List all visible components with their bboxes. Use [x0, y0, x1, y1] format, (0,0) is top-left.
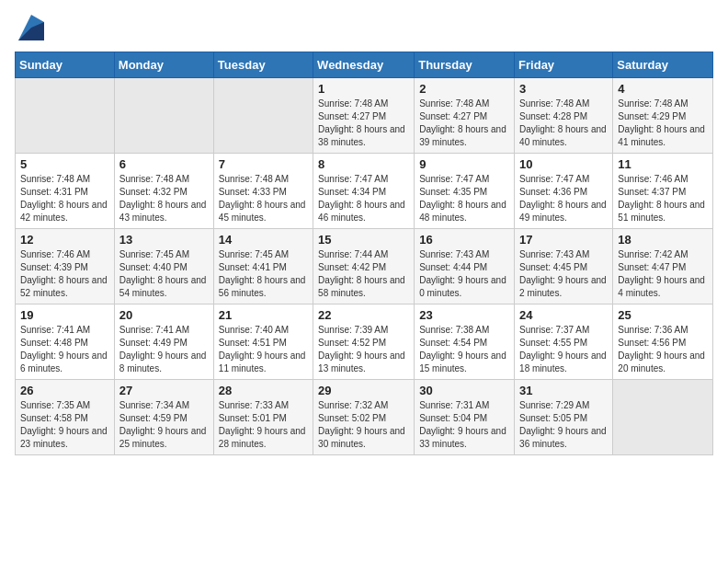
day-info: Sunrise: 7:42 AMSunset: 4:47 PMDaylight:…: [618, 248, 708, 300]
day-cell: 22Sunrise: 7:39 AMSunset: 4:52 PMDayligh…: [313, 304, 415, 380]
page-header: [15, 15, 713, 40]
day-info: Sunrise: 7:46 AMSunset: 4:39 PMDaylight:…: [20, 248, 109, 300]
week-row-3: 12Sunrise: 7:46 AMSunset: 4:39 PMDayligh…: [16, 229, 713, 304]
day-info: Sunrise: 7:34 AMSunset: 4:59 PMDaylight:…: [119, 399, 209, 451]
day-info: Sunrise: 7:37 AMSunset: 4:55 PMDaylight:…: [519, 324, 608, 375]
day-number: 29: [318, 384, 409, 397]
header-saturday: Saturday: [613, 52, 713, 78]
day-cell: [613, 380, 713, 455]
day-info: Sunrise: 7:43 AMSunset: 4:44 PMDaylight:…: [419, 248, 509, 300]
day-info: Sunrise: 7:48 AMSunset: 4:27 PMDaylight:…: [318, 98, 409, 149]
day-info: Sunrise: 7:46 AMSunset: 4:37 PMDaylight:…: [618, 173, 708, 224]
day-number: 26: [20, 384, 109, 397]
calendar-table: SundayMondayTuesdayWednesdayThursdayFrid…: [15, 52, 713, 455]
day-cell: 19Sunrise: 7:41 AMSunset: 4:48 PMDayligh…: [16, 304, 115, 380]
day-cell: 28Sunrise: 7:33 AMSunset: 5:01 PMDayligh…: [213, 380, 313, 455]
day-cell: 9Sunrise: 7:47 AMSunset: 4:35 PMDaylight…: [415, 154, 515, 229]
day-number: 7: [219, 157, 308, 171]
header-monday: Monday: [114, 52, 213, 78]
day-cell: 20Sunrise: 7:41 AMSunset: 4:49 PMDayligh…: [114, 304, 213, 380]
day-number: 3: [519, 82, 608, 96]
day-number: 8: [318, 157, 409, 171]
day-number: 2: [419, 82, 509, 96]
day-info: Sunrise: 7:47 AMSunset: 4:34 PMDaylight:…: [318, 173, 409, 224]
day-cell: [114, 78, 213, 154]
day-number: 5: [20, 157, 109, 171]
day-cell: 10Sunrise: 7:47 AMSunset: 4:36 PMDayligh…: [515, 154, 613, 229]
week-row-2: 5Sunrise: 7:48 AMSunset: 4:31 PMDaylight…: [16, 154, 713, 229]
day-cell: 2Sunrise: 7:48 AMSunset: 4:27 PMDaylight…: [415, 78, 515, 154]
day-number: 12: [20, 233, 109, 247]
day-number: 30: [419, 384, 509, 397]
day-number: 18: [618, 233, 708, 247]
day-info: Sunrise: 7:48 AMSunset: 4:27 PMDaylight:…: [419, 98, 509, 149]
day-number: 9: [419, 157, 509, 171]
day-number: 22: [318, 308, 409, 322]
week-row-1: 1Sunrise: 7:48 AMSunset: 4:27 PMDaylight…: [16, 78, 713, 154]
day-cell: 5Sunrise: 7:48 AMSunset: 4:31 PMDaylight…: [16, 154, 115, 229]
day-info: Sunrise: 7:48 AMSunset: 4:31 PMDaylight:…: [20, 173, 109, 224]
day-number: 10: [519, 157, 608, 171]
day-cell: 3Sunrise: 7:48 AMSunset: 4:28 PMDaylight…: [515, 78, 613, 154]
day-info: Sunrise: 7:45 AMSunset: 4:40 PMDaylight:…: [119, 248, 209, 300]
day-cell: 24Sunrise: 7:37 AMSunset: 4:55 PMDayligh…: [515, 304, 613, 380]
day-info: Sunrise: 7:43 AMSunset: 4:45 PMDaylight:…: [519, 248, 608, 300]
day-number: 23: [419, 308, 509, 322]
day-cell: 6Sunrise: 7:48 AMSunset: 4:32 PMDaylight…: [114, 154, 213, 229]
day-cell: 31Sunrise: 7:29 AMSunset: 5:05 PMDayligh…: [515, 380, 613, 455]
day-cell: 25Sunrise: 7:36 AMSunset: 4:56 PMDayligh…: [613, 304, 713, 380]
day-cell: 21Sunrise: 7:40 AMSunset: 4:51 PMDayligh…: [213, 304, 313, 380]
day-info: Sunrise: 7:47 AMSunset: 4:35 PMDaylight:…: [419, 173, 509, 224]
day-cell: 11Sunrise: 7:46 AMSunset: 4:37 PMDayligh…: [613, 154, 713, 229]
day-number: 17: [519, 233, 608, 247]
day-info: Sunrise: 7:38 AMSunset: 4:54 PMDaylight:…: [419, 324, 509, 375]
day-info: Sunrise: 7:44 AMSunset: 4:42 PMDaylight:…: [318, 248, 409, 300]
day-cell: [213, 78, 313, 154]
day-info: Sunrise: 7:31 AMSunset: 5:04 PMDaylight:…: [419, 399, 509, 451]
day-info: Sunrise: 7:48 AMSunset: 4:28 PMDaylight:…: [519, 98, 608, 149]
day-number: 15: [318, 233, 409, 247]
day-number: 11: [618, 157, 708, 171]
day-number: 1: [318, 82, 409, 96]
day-number: 25: [618, 308, 708, 322]
day-number: 13: [119, 233, 209, 247]
header-thursday: Thursday: [415, 52, 515, 78]
day-cell: 18Sunrise: 7:42 AMSunset: 4:47 PMDayligh…: [613, 229, 713, 304]
day-info: Sunrise: 7:47 AMSunset: 4:36 PMDaylight:…: [519, 173, 608, 224]
day-info: Sunrise: 7:45 AMSunset: 4:41 PMDaylight:…: [219, 248, 308, 300]
day-info: Sunrise: 7:48 AMSunset: 4:32 PMDaylight:…: [119, 173, 209, 224]
day-number: 31: [519, 384, 608, 397]
day-cell: 27Sunrise: 7:34 AMSunset: 4:59 PMDayligh…: [114, 380, 213, 455]
day-info: Sunrise: 7:48 AMSunset: 4:33 PMDaylight:…: [219, 173, 308, 224]
day-info: Sunrise: 7:41 AMSunset: 4:49 PMDaylight:…: [119, 324, 209, 375]
day-cell: 12Sunrise: 7:46 AMSunset: 4:39 PMDayligh…: [16, 229, 115, 304]
day-info: Sunrise: 7:32 AMSunset: 5:02 PMDaylight:…: [318, 399, 409, 451]
header-friday: Friday: [515, 52, 613, 78]
day-info: Sunrise: 7:48 AMSunset: 4:29 PMDaylight:…: [618, 98, 708, 149]
day-info: Sunrise: 7:36 AMSunset: 4:56 PMDaylight:…: [618, 324, 708, 375]
week-row-4: 19Sunrise: 7:41 AMSunset: 4:48 PMDayligh…: [16, 304, 713, 380]
day-cell: 13Sunrise: 7:45 AMSunset: 4:40 PMDayligh…: [114, 229, 213, 304]
day-cell: 30Sunrise: 7:31 AMSunset: 5:04 PMDayligh…: [415, 380, 515, 455]
day-number: 6: [119, 157, 209, 171]
day-info: Sunrise: 7:39 AMSunset: 4:52 PMDaylight:…: [318, 324, 409, 375]
day-number: 19: [20, 308, 109, 322]
logo: [15, 15, 44, 40]
day-cell: 8Sunrise: 7:47 AMSunset: 4:34 PMDaylight…: [313, 154, 415, 229]
day-number: 14: [219, 233, 308, 247]
day-info: Sunrise: 7:29 AMSunset: 5:05 PMDaylight:…: [519, 399, 608, 451]
week-row-5: 26Sunrise: 7:35 AMSunset: 4:58 PMDayligh…: [16, 380, 713, 455]
day-cell: 15Sunrise: 7:44 AMSunset: 4:42 PMDayligh…: [313, 229, 415, 304]
header-sunday: Sunday: [16, 52, 115, 78]
day-info: Sunrise: 7:40 AMSunset: 4:51 PMDaylight:…: [219, 324, 308, 375]
day-cell: 16Sunrise: 7:43 AMSunset: 4:44 PMDayligh…: [415, 229, 515, 304]
day-info: Sunrise: 7:41 AMSunset: 4:48 PMDaylight:…: [20, 324, 109, 375]
day-number: 4: [618, 82, 708, 96]
day-number: 20: [119, 308, 209, 322]
logo-icon: [18, 15, 44, 40]
day-cell: 4Sunrise: 7:48 AMSunset: 4:29 PMDaylight…: [613, 78, 713, 154]
day-number: 16: [419, 233, 509, 247]
day-cell: 14Sunrise: 7:45 AMSunset: 4:41 PMDayligh…: [213, 229, 313, 304]
day-cell: 7Sunrise: 7:48 AMSunset: 4:33 PMDaylight…: [213, 154, 313, 229]
day-info: Sunrise: 7:33 AMSunset: 5:01 PMDaylight:…: [219, 399, 308, 451]
